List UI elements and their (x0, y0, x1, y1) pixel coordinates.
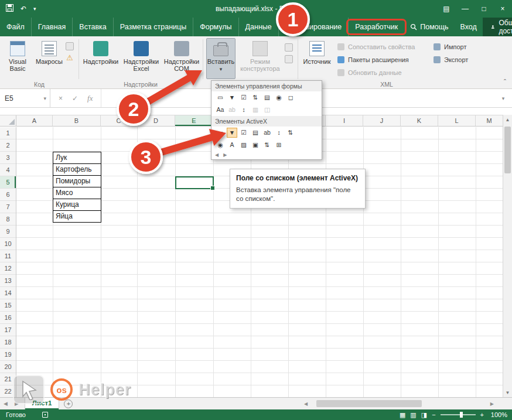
xml-source-button[interactable]: Источник (301, 38, 333, 79)
tab-page-layout[interactable]: Разметка страницы (113, 18, 193, 36)
row-header[interactable]: 13 (0, 275, 16, 287)
column-header[interactable]: M (476, 115, 503, 126)
row-header[interactable]: 4 (0, 164, 16, 176)
row-header[interactable]: 20 (0, 361, 16, 373)
ax-checkbox-icon[interactable]: ☑ (238, 128, 249, 138)
macro-record-status-icon[interactable] (42, 412, 48, 418)
horizontal-scrollbar[interactable]: ◀ ▶ (302, 399, 496, 408)
form-spin-icon[interactable]: ⇅ (250, 93, 261, 103)
row-header[interactable]: 14 (0, 287, 16, 299)
map-properties-button[interactable]: Сопоставить свойства (337, 41, 415, 53)
row-header[interactable]: 12 (0, 262, 16, 275)
column-header[interactable]: C (101, 115, 137, 126)
tab-developer[interactable]: Разработчик (348, 18, 404, 36)
ribbon-display-options-icon[interactable]: ▤ (437, 0, 456, 18)
form-scrollbar-icon[interactable]: ↕ (238, 105, 249, 115)
expansion-packs-button[interactable]: Пакеты расширения (337, 54, 409, 66)
row-header[interactable]: 11 (0, 250, 16, 262)
zoom-level[interactable]: 100% (489, 411, 507, 418)
form-combo-icon[interactable]: ▼ (227, 93, 237, 103)
form-label-icon[interactable]: Aa (215, 105, 226, 115)
refresh-data-button[interactable]: Обновить данные (337, 67, 402, 78)
row-header[interactable]: 5 (0, 176, 16, 189)
form-groupbox-icon[interactable]: ◻ (285, 93, 296, 103)
import-button[interactable]: Импорт (434, 41, 466, 53)
form-checkbox-icon[interactable]: ☑ (238, 93, 249, 103)
column-header[interactable]: I (326, 115, 363, 126)
enter-icon[interactable]: ✓ (72, 94, 78, 103)
cancel-icon[interactable]: × (59, 94, 63, 103)
horizontal-scrollbar-thumb[interactable] (316, 400, 422, 407)
view-page-break-icon[interactable]: ◨ (421, 411, 427, 418)
view-code-icon[interactable] (285, 55, 293, 63)
form-option-icon[interactable]: ◉ (274, 93, 284, 103)
grid-cell-product[interactable]: Мясо (53, 187, 101, 199)
ax-textbox-icon[interactable]: ab (262, 128, 272, 138)
zoom-in-icon[interactable]: + (480, 411, 484, 418)
macros-button[interactable]: Макросы (34, 38, 64, 79)
row-header[interactable]: 1 (0, 127, 16, 139)
tab-file[interactable]: Файл (0, 18, 31, 36)
column-header[interactable]: E (175, 115, 213, 126)
record-macro-icon[interactable] (66, 42, 74, 50)
export-button[interactable]: Экспорт (434, 54, 468, 66)
sheet-prev-icon[interactable]: ◀ (0, 401, 11, 407)
selected-cell-E5[interactable] (175, 176, 214, 189)
column-header[interactable]: B (53, 115, 101, 126)
ax-scrollbar-icon[interactable]: ↕ (274, 128, 284, 138)
row-header[interactable]: 2 (0, 139, 16, 152)
row-header[interactable]: 17 (0, 324, 16, 336)
ax-option-icon[interactable]: ◉ (215, 140, 226, 150)
formula-bar-expand-icon[interactable]: ▾ (494, 89, 512, 107)
grid-cell-product[interactable]: Курица (53, 199, 101, 211)
ax-image-icon[interactable]: ▨ (238, 140, 249, 150)
form-button-icon[interactable]: ▭ (215, 93, 226, 103)
column-header[interactable]: K (401, 115, 438, 126)
ax-toggle-icon[interactable]: ▣ (250, 140, 261, 150)
column-header[interactable]: J (363, 115, 401, 126)
row-header[interactable]: 19 (0, 349, 16, 361)
ax-listbox-icon[interactable]: ▤ (250, 128, 261, 138)
row-header[interactable]: 7 (0, 201, 16, 213)
row-header[interactable]: 8 (0, 213, 16, 226)
name-box[interactable]: E5 ▾ (0, 89, 50, 107)
dropdown-scroll-left-icon[interactable]: ◀ (215, 152, 219, 158)
form-listbox-icon[interactable]: ▤ (262, 93, 272, 103)
addins-button[interactable]: Надстройки (82, 38, 120, 79)
vertical-scrollbar-thumb[interactable] (504, 127, 511, 173)
scroll-down-icon[interactable]: ▼ (503, 388, 512, 397)
collapse-ribbon-icon[interactable]: ˆ (504, 78, 506, 87)
ax-commandbutton-icon[interactable]: ▭ (215, 128, 226, 138)
column-header[interactable]: L (438, 115, 476, 126)
row-header[interactable]: 6 (0, 189, 16, 201)
zoom-slider[interactable] (441, 414, 476, 415)
row-header[interactable]: 18 (0, 336, 16, 349)
maximize-button[interactable]: □ (475, 0, 493, 18)
scroll-up-icon[interactable]: ▲ (503, 115, 512, 124)
grid-cell-product[interactable]: Картофель (53, 163, 101, 176)
hscroll-left-icon[interactable]: ◀ (302, 401, 309, 407)
tab-formulas[interactable]: Формулы (193, 18, 238, 36)
com-addins-button[interactable]: Надстройки COM (163, 38, 200, 79)
ax-spin2-icon[interactable]: ⇅ (262, 140, 272, 150)
macro-security-icon[interactable]: ⚠ (66, 54, 73, 62)
tab-insert[interactable]: Вставка (72, 18, 112, 36)
select-all-corner[interactable] (0, 115, 16, 126)
row-header[interactable]: 3 (0, 152, 16, 164)
grid-cell-product[interactable]: Лук (53, 152, 101, 164)
column-header[interactable]: A (16, 115, 53, 126)
view-normal-icon[interactable]: ▦ (400, 411, 405, 418)
minimize-button[interactable]: — (456, 0, 475, 18)
tab-help[interactable]: Помощь (404, 18, 454, 36)
ax-spin-icon[interactable]: ⇅ (285, 128, 296, 138)
column-header[interactable]: D (137, 115, 175, 126)
insert-function-icon[interactable]: fx (87, 94, 93, 103)
tab-data[interactable]: Данные (238, 18, 278, 36)
hscroll-right-icon[interactable]: ▶ (489, 401, 496, 407)
vertical-scrollbar[interactable]: ▲ ▼ (503, 115, 512, 397)
close-button[interactable]: × (493, 0, 512, 18)
row-header[interactable]: 15 (0, 299, 16, 312)
properties-icon[interactable] (285, 43, 293, 52)
dropdown-scroll-right-icon[interactable]: ▶ (223, 152, 227, 158)
excel-addins-button[interactable]: Надстройки Excel (122, 38, 161, 79)
